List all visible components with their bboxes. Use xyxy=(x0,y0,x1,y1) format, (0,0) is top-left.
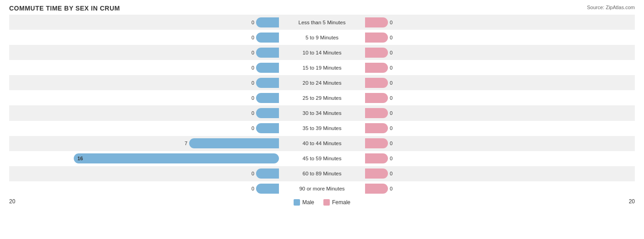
male-bar xyxy=(256,168,279,179)
row-label: 90 or more Minutes xyxy=(281,186,363,191)
row-label: 10 to 14 Minutes xyxy=(281,50,363,55)
female-side: 0 xyxy=(363,184,635,194)
source-text: Source: ZipAtlas.com xyxy=(587,5,635,10)
axis-right: 20 xyxy=(629,198,635,206)
male-value-label: 0 xyxy=(251,171,254,176)
male-value-label: 0 xyxy=(251,50,254,55)
female-bar xyxy=(365,138,388,148)
male-bar xyxy=(256,184,279,194)
male-bar xyxy=(256,108,279,118)
female-bar xyxy=(365,33,388,43)
female-value-label: 0 xyxy=(390,125,393,131)
male-side: 16 xyxy=(9,153,281,163)
female-value-label: 0 xyxy=(390,80,393,86)
female-value-label: 0 xyxy=(390,186,393,191)
female-bar xyxy=(365,108,388,118)
male-side: 0 xyxy=(9,123,281,133)
female-bar xyxy=(365,78,388,88)
female-value-label: 0 xyxy=(390,65,393,71)
male-side: 0 xyxy=(9,33,281,43)
male-value-label: 0 xyxy=(251,65,254,71)
female-bar xyxy=(365,93,388,103)
legend-male: Male xyxy=(294,199,314,206)
male-side: 0 xyxy=(9,184,281,194)
male-swatch xyxy=(294,199,300,206)
female-bar xyxy=(365,17,388,27)
chart-container: COMMUTE TIME BY SEX IN CRUM Source: ZipA… xyxy=(0,0,644,239)
chart-title: COMMUTE TIME BY SEX IN CRUM xyxy=(9,5,635,12)
row-label: 35 to 39 Minutes xyxy=(281,125,363,131)
female-value-label: 0 xyxy=(390,50,393,55)
female-side: 0 xyxy=(363,93,635,103)
male-value-label: 0 xyxy=(251,125,254,131)
male-bar xyxy=(256,123,279,133)
male-bar xyxy=(256,17,279,27)
table-row: 020 to 24 Minutes0 xyxy=(9,75,635,90)
male-side: 0 xyxy=(9,168,281,179)
row-label: 20 to 24 Minutes xyxy=(281,80,363,86)
male-bar xyxy=(256,63,279,73)
table-row: 015 to 19 Minutes0 xyxy=(9,60,635,75)
female-side: 0 xyxy=(363,108,635,118)
table-row: 030 to 34 Minutes0 xyxy=(9,105,635,120)
male-value-label: 0 xyxy=(251,20,254,25)
legend: Male Female xyxy=(294,199,350,206)
axis-labels: 20 Male Female 20 xyxy=(9,198,635,206)
chart-area: 0Less than 5 Minutes005 to 9 Minutes0010… xyxy=(9,15,635,210)
male-value-label: 0 xyxy=(251,110,254,116)
table-row: 010 to 14 Minutes0 xyxy=(9,45,635,60)
table-row: 740 to 44 Minutes0 xyxy=(9,136,635,151)
female-side: 0 xyxy=(363,168,635,179)
female-bar xyxy=(365,184,388,194)
row-label: Less than 5 Minutes xyxy=(281,20,363,25)
female-side: 0 xyxy=(363,78,635,88)
male-value-label: 7 xyxy=(185,141,187,146)
female-side: 0 xyxy=(363,153,635,163)
male-side: 0 xyxy=(9,93,281,103)
male-value-label: 0 xyxy=(251,80,254,86)
row-label: 15 to 19 Minutes xyxy=(281,65,363,71)
male-bar xyxy=(256,93,279,103)
male-value-label: 0 xyxy=(251,95,254,101)
female-bar xyxy=(365,123,388,133)
female-bar xyxy=(365,48,388,58)
male-bar xyxy=(256,48,279,58)
male-side: 0 xyxy=(9,108,281,118)
row-label: 60 to 89 Minutes xyxy=(281,171,363,176)
male-value-label: 0 xyxy=(251,186,254,191)
rows-container: 0Less than 5 Minutes005 to 9 Minutes0010… xyxy=(9,15,635,196)
male-side: 7 xyxy=(9,138,281,148)
row-label: 30 to 34 Minutes xyxy=(281,110,363,116)
female-side: 0 xyxy=(363,138,635,148)
male-side: 0 xyxy=(9,78,281,88)
table-row: 0Less than 5 Minutes0 xyxy=(9,15,635,30)
male-label: Male xyxy=(302,199,314,206)
female-side: 0 xyxy=(363,48,635,58)
male-bar: 16 xyxy=(74,153,279,163)
female-value-label: 0 xyxy=(390,35,393,40)
male-bar xyxy=(256,78,279,88)
table-row: 090 or more Minutes0 xyxy=(9,181,635,196)
female-value-label: 0 xyxy=(390,95,393,101)
female-label: Female xyxy=(332,199,350,206)
female-side: 0 xyxy=(363,63,635,73)
female-value-label: 0 xyxy=(390,156,393,161)
female-side: 0 xyxy=(363,17,635,27)
male-side: 0 xyxy=(9,17,281,27)
male-value-label: 0 xyxy=(251,35,254,40)
table-row: 05 to 9 Minutes0 xyxy=(9,30,635,45)
male-bar xyxy=(256,33,279,43)
table-row: 025 to 29 Minutes0 xyxy=(9,90,635,105)
female-value-label: 0 xyxy=(390,171,393,176)
row-label: 40 to 44 Minutes xyxy=(281,141,363,146)
row-label: 25 to 29 Minutes xyxy=(281,95,363,101)
row-label: 5 to 9 Minutes xyxy=(281,35,363,40)
axis-left: 20 xyxy=(9,198,15,206)
row-label: 45 to 59 Minutes xyxy=(281,156,363,161)
female-bar xyxy=(365,63,388,73)
female-bar xyxy=(365,168,388,179)
female-bar xyxy=(365,153,388,163)
male-bar xyxy=(189,138,279,148)
female-value-label: 0 xyxy=(390,110,393,116)
male-value-label: 16 xyxy=(77,156,83,161)
